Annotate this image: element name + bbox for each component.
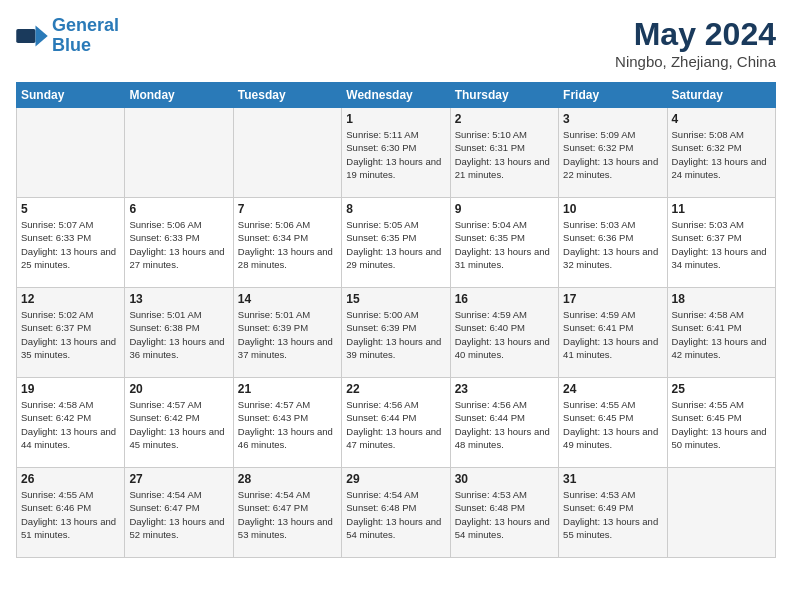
day-number: 22 bbox=[346, 382, 445, 396]
day-number: 7 bbox=[238, 202, 337, 216]
day-info: Sunrise: 5:06 AM Sunset: 6:33 PM Dayligh… bbox=[129, 218, 228, 271]
day-info: Sunrise: 4:53 AM Sunset: 6:48 PM Dayligh… bbox=[455, 488, 554, 541]
day-info: Sunrise: 4:57 AM Sunset: 6:43 PM Dayligh… bbox=[238, 398, 337, 451]
calendar-cell: 13Sunrise: 5:01 AM Sunset: 6:38 PM Dayli… bbox=[125, 288, 233, 378]
calendar-cell: 11Sunrise: 5:03 AM Sunset: 6:37 PM Dayli… bbox=[667, 198, 775, 288]
day-number: 12 bbox=[21, 292, 120, 306]
calendar-cell bbox=[667, 468, 775, 558]
day-info: Sunrise: 4:56 AM Sunset: 6:44 PM Dayligh… bbox=[346, 398, 445, 451]
page-header: General Blue May 2024 Ningbo, Zhejiang, … bbox=[16, 16, 776, 70]
calendar-cell: 28Sunrise: 4:54 AM Sunset: 6:47 PM Dayli… bbox=[233, 468, 341, 558]
calendar-cell: 17Sunrise: 4:59 AM Sunset: 6:41 PM Dayli… bbox=[559, 288, 667, 378]
day-info: Sunrise: 4:58 AM Sunset: 6:42 PM Dayligh… bbox=[21, 398, 120, 451]
day-info: Sunrise: 4:54 AM Sunset: 6:47 PM Dayligh… bbox=[129, 488, 228, 541]
day-number: 20 bbox=[129, 382, 228, 396]
logo: General Blue bbox=[16, 16, 119, 56]
day-number: 30 bbox=[455, 472, 554, 486]
day-info: Sunrise: 5:06 AM Sunset: 6:34 PM Dayligh… bbox=[238, 218, 337, 271]
calendar-cell: 16Sunrise: 4:59 AM Sunset: 6:40 PM Dayli… bbox=[450, 288, 558, 378]
calendar-cell bbox=[17, 108, 125, 198]
calendar-cell: 22Sunrise: 4:56 AM Sunset: 6:44 PM Dayli… bbox=[342, 378, 450, 468]
calendar-cell: 3Sunrise: 5:09 AM Sunset: 6:32 PM Daylig… bbox=[559, 108, 667, 198]
day-number: 1 bbox=[346, 112, 445, 126]
svg-marker-1 bbox=[36, 25, 48, 46]
calendar-cell: 25Sunrise: 4:55 AM Sunset: 6:45 PM Dayli… bbox=[667, 378, 775, 468]
day-number: 3 bbox=[563, 112, 662, 126]
calendar-week-row: 5Sunrise: 5:07 AM Sunset: 6:33 PM Daylig… bbox=[17, 198, 776, 288]
day-number: 25 bbox=[672, 382, 771, 396]
day-number: 18 bbox=[672, 292, 771, 306]
day-info: Sunrise: 5:01 AM Sunset: 6:38 PM Dayligh… bbox=[129, 308, 228, 361]
weekday-header-row: SundayMondayTuesdayWednesdayThursdayFrid… bbox=[17, 83, 776, 108]
day-info: Sunrise: 5:04 AM Sunset: 6:35 PM Dayligh… bbox=[455, 218, 554, 271]
day-info: Sunrise: 5:08 AM Sunset: 6:32 PM Dayligh… bbox=[672, 128, 771, 181]
day-number: 11 bbox=[672, 202, 771, 216]
day-info: Sunrise: 5:09 AM Sunset: 6:32 PM Dayligh… bbox=[563, 128, 662, 181]
calendar-cell: 29Sunrise: 4:54 AM Sunset: 6:48 PM Dayli… bbox=[342, 468, 450, 558]
day-info: Sunrise: 4:55 AM Sunset: 6:45 PM Dayligh… bbox=[672, 398, 771, 451]
calendar-week-row: 1Sunrise: 5:11 AM Sunset: 6:30 PM Daylig… bbox=[17, 108, 776, 198]
day-info: Sunrise: 4:56 AM Sunset: 6:44 PM Dayligh… bbox=[455, 398, 554, 451]
calendar-cell bbox=[125, 108, 233, 198]
calendar-cell: 8Sunrise: 5:05 AM Sunset: 6:35 PM Daylig… bbox=[342, 198, 450, 288]
day-number: 28 bbox=[238, 472, 337, 486]
day-info: Sunrise: 4:54 AM Sunset: 6:48 PM Dayligh… bbox=[346, 488, 445, 541]
calendar-cell: 6Sunrise: 5:06 AM Sunset: 6:33 PM Daylig… bbox=[125, 198, 233, 288]
day-number: 14 bbox=[238, 292, 337, 306]
calendar-cell: 27Sunrise: 4:54 AM Sunset: 6:47 PM Dayli… bbox=[125, 468, 233, 558]
day-number: 29 bbox=[346, 472, 445, 486]
calendar-cell: 7Sunrise: 5:06 AM Sunset: 6:34 PM Daylig… bbox=[233, 198, 341, 288]
day-number: 8 bbox=[346, 202, 445, 216]
day-number: 24 bbox=[563, 382, 662, 396]
calendar-cell: 20Sunrise: 4:57 AM Sunset: 6:42 PM Dayli… bbox=[125, 378, 233, 468]
day-info: Sunrise: 5:10 AM Sunset: 6:31 PM Dayligh… bbox=[455, 128, 554, 181]
day-number: 6 bbox=[129, 202, 228, 216]
calendar-cell: 21Sunrise: 4:57 AM Sunset: 6:43 PM Dayli… bbox=[233, 378, 341, 468]
day-info: Sunrise: 5:05 AM Sunset: 6:35 PM Dayligh… bbox=[346, 218, 445, 271]
logo-text: General Blue bbox=[52, 16, 119, 56]
day-number: 16 bbox=[455, 292, 554, 306]
day-info: Sunrise: 4:54 AM Sunset: 6:47 PM Dayligh… bbox=[238, 488, 337, 541]
calendar-table: SundayMondayTuesdayWednesdayThursdayFrid… bbox=[16, 82, 776, 558]
location: Ningbo, Zhejiang, China bbox=[615, 53, 776, 70]
day-info: Sunrise: 5:02 AM Sunset: 6:37 PM Dayligh… bbox=[21, 308, 120, 361]
calendar-cell bbox=[233, 108, 341, 198]
day-number: 27 bbox=[129, 472, 228, 486]
title-block: May 2024 Ningbo, Zhejiang, China bbox=[615, 16, 776, 70]
weekday-header: Wednesday bbox=[342, 83, 450, 108]
day-info: Sunrise: 4:55 AM Sunset: 6:45 PM Dayligh… bbox=[563, 398, 662, 451]
calendar-cell: 2Sunrise: 5:10 AM Sunset: 6:31 PM Daylig… bbox=[450, 108, 558, 198]
day-number: 5 bbox=[21, 202, 120, 216]
day-info: Sunrise: 4:58 AM Sunset: 6:41 PM Dayligh… bbox=[672, 308, 771, 361]
calendar-cell: 24Sunrise: 4:55 AM Sunset: 6:45 PM Dayli… bbox=[559, 378, 667, 468]
day-info: Sunrise: 5:01 AM Sunset: 6:39 PM Dayligh… bbox=[238, 308, 337, 361]
weekday-header: Thursday bbox=[450, 83, 558, 108]
calendar-cell: 5Sunrise: 5:07 AM Sunset: 6:33 PM Daylig… bbox=[17, 198, 125, 288]
weekday-header: Friday bbox=[559, 83, 667, 108]
calendar-cell: 30Sunrise: 4:53 AM Sunset: 6:48 PM Dayli… bbox=[450, 468, 558, 558]
weekday-header: Sunday bbox=[17, 83, 125, 108]
day-number: 17 bbox=[563, 292, 662, 306]
calendar-cell: 31Sunrise: 4:53 AM Sunset: 6:49 PM Dayli… bbox=[559, 468, 667, 558]
calendar-week-row: 12Sunrise: 5:02 AM Sunset: 6:37 PM Dayli… bbox=[17, 288, 776, 378]
weekday-header: Monday bbox=[125, 83, 233, 108]
day-info: Sunrise: 5:00 AM Sunset: 6:39 PM Dayligh… bbox=[346, 308, 445, 361]
weekday-header: Saturday bbox=[667, 83, 775, 108]
weekday-header: Tuesday bbox=[233, 83, 341, 108]
calendar-cell: 9Sunrise: 5:04 AM Sunset: 6:35 PM Daylig… bbox=[450, 198, 558, 288]
day-info: Sunrise: 5:07 AM Sunset: 6:33 PM Dayligh… bbox=[21, 218, 120, 271]
day-number: 15 bbox=[346, 292, 445, 306]
day-number: 26 bbox=[21, 472, 120, 486]
day-info: Sunrise: 5:03 AM Sunset: 6:37 PM Dayligh… bbox=[672, 218, 771, 271]
day-number: 23 bbox=[455, 382, 554, 396]
calendar-cell: 19Sunrise: 4:58 AM Sunset: 6:42 PM Dayli… bbox=[17, 378, 125, 468]
calendar-week-row: 26Sunrise: 4:55 AM Sunset: 6:46 PM Dayli… bbox=[17, 468, 776, 558]
calendar-cell: 14Sunrise: 5:01 AM Sunset: 6:39 PM Dayli… bbox=[233, 288, 341, 378]
calendar-week-row: 19Sunrise: 4:58 AM Sunset: 6:42 PM Dayli… bbox=[17, 378, 776, 468]
calendar-cell: 10Sunrise: 5:03 AM Sunset: 6:36 PM Dayli… bbox=[559, 198, 667, 288]
day-number: 31 bbox=[563, 472, 662, 486]
calendar-cell: 4Sunrise: 5:08 AM Sunset: 6:32 PM Daylig… bbox=[667, 108, 775, 198]
day-info: Sunrise: 5:03 AM Sunset: 6:36 PM Dayligh… bbox=[563, 218, 662, 271]
calendar-cell: 26Sunrise: 4:55 AM Sunset: 6:46 PM Dayli… bbox=[17, 468, 125, 558]
day-number: 4 bbox=[672, 112, 771, 126]
